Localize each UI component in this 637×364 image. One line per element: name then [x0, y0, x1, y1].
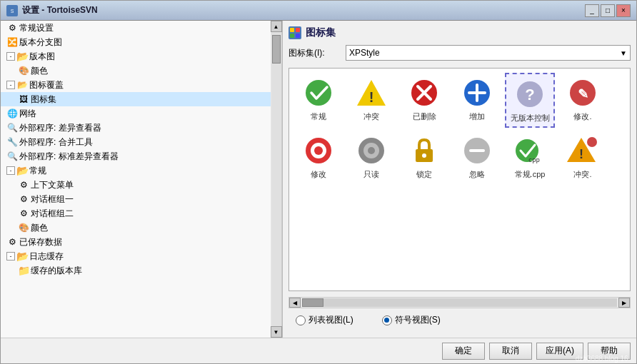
modified-icon-visual — [301, 133, 336, 168]
icon-ignored[interactable]: 忽略 — [452, 131, 502, 183]
tree-item-version[interactable]: - 📂 版本图 — [1, 49, 271, 64]
svg-rect-5 — [290, 34, 294, 38]
contextmenu-icon: ⚙ — [18, 179, 29, 191]
tree-item-general[interactable]: ⚙ 常规设置 — [1, 21, 271, 35]
ok-button[interactable]: 确定 — [442, 343, 485, 360]
watermark: dzb3688.blog.16... — [576, 355, 634, 363]
folder-general2-icon: 📂 — [16, 165, 28, 176]
settings-window: S 设置 - TortoiseSVN _ □ × ⚙ 常规设置 🔀 版本分支图 — [0, 0, 637, 364]
tree-item-network[interactable]: 🌐 网络 — [1, 106, 271, 121]
svg-point-7 — [306, 80, 331, 106]
tree-item-color[interactable]: 🎨 颜色 — [1, 64, 271, 78]
panel-title-icon — [289, 26, 301, 39]
symbol-view-radio[interactable]: 符号视图(S) — [382, 314, 441, 326]
scroll-right-button[interactable]: ▶ — [618, 298, 630, 308]
tree-item-color2[interactable]: 🎨 颜色 — [1, 221, 271, 235]
cancel-button[interactable]: 取消 — [489, 343, 532, 360]
icon-normal-cpp[interactable]: cpp 常规.cpp — [505, 131, 555, 183]
symbol-view-radio-circle — [382, 315, 392, 325]
iconset-dropdown[interactable]: XPStyle ▼ — [346, 45, 631, 61]
folder-cachedrepo-icon: 📁 — [18, 265, 29, 276]
left-panel-scrollbar[interactable]: ▲ ▼ — [271, 21, 282, 338]
conflict2-icon-visual: ! — [566, 133, 600, 168]
expand-icon[interactable]: - — [6, 52, 15, 61]
svg-point-18 — [314, 146, 323, 155]
icon-locked[interactable]: 锁定 — [399, 131, 449, 183]
expand-icon-logcache[interactable]: - — [6, 252, 15, 261]
icon-readonly[interactable]: 只读 — [346, 131, 396, 183]
scroll-down-button[interactable]: ▼ — [271, 326, 282, 338]
folder-logcache-icon: 📂 — [16, 251, 28, 262]
dialog1-icon: ⚙ — [18, 193, 29, 205]
icon-conflict2[interactable]: ! 冲突. — [558, 131, 608, 183]
modifiedc-icon-visual: ✎ — [566, 76, 600, 110]
tree-item-ext2[interactable]: 🔧 外部程序: 合并工具 — [1, 135, 271, 149]
ext3-icon: 🔍 — [6, 151, 18, 162]
window-controls: _ □ × — [585, 4, 631, 17]
minimize-button[interactable]: _ — [585, 4, 599, 17]
icon-modified[interactable]: 修改 — [294, 131, 343, 183]
iconset-panel: 图标集 图标集(I): XPStyle ▼ — [283, 21, 636, 338]
scroll-left-button[interactable]: ◀ — [289, 298, 301, 308]
tree-item-general2[interactable]: - 📂 常规 — [1, 163, 271, 178]
readonly-icon-visual — [354, 133, 388, 168]
list-view-radio[interactable]: 列表视图(L) — [296, 314, 353, 326]
expand-icon-overlay[interactable]: - — [6, 81, 15, 89]
ext1-icon: 🔍 — [6, 122, 18, 133]
content-area: ⚙ 常规设置 🔀 版本分支图 - 📂 版本图 🎨 颜色 - — [1, 21, 636, 338]
tree-item-ext3[interactable]: 🔍 外部程序: 标准差异查看器 — [1, 149, 271, 163]
settings-tree: ⚙ 常规设置 🔀 版本分支图 - 📂 版本图 🎨 颜色 - — [1, 21, 271, 338]
icons-row-1: 常规 ! 冲突 — [294, 73, 626, 128]
icon-normal[interactable]: 常规 — [294, 73, 343, 128]
ignored-icon-visual — [460, 133, 494, 168]
dropdown-arrow-icon: ▼ — [620, 49, 627, 57]
tree-item-branch[interactable]: 🔀 版本分支图 — [1, 35, 271, 49]
tree-item-ext1[interactable]: 🔍 外部程序: 差异查看器 — [1, 121, 271, 135]
icon-nocontrol[interactable]: ? 无版本控制 — [505, 73, 555, 128]
ext2-icon: 🔧 — [6, 136, 18, 148]
tree-item-contextmenu[interactable]: ⚙ 上下文菜单 — [1, 178, 271, 192]
added-icon-visual — [460, 76, 494, 110]
nocontrol-icon-visual: ? — [513, 77, 547, 111]
maximize-button[interactable]: □ — [601, 4, 615, 17]
conflict-icon-visual: ! — [354, 76, 388, 110]
svg-rect-4 — [296, 28, 300, 32]
view-mode-radio-group: 列表视图(L) 符号视图(S) — [289, 314, 631, 326]
tree-item-icon-set[interactable]: 🖼 图标集 — [1, 92, 271, 106]
tree-item-dialog2[interactable]: ⚙ 对话框组二 — [1, 206, 271, 221]
svg-text:!: ! — [369, 89, 374, 105]
svg-rect-6 — [296, 34, 300, 38]
close-button[interactable]: × — [616, 4, 631, 17]
expand-icon-general2[interactable]: - — [6, 166, 15, 175]
scroll-up-button[interactable]: ▲ — [271, 21, 282, 32]
tree-item-saveddata[interactable]: ⚙ 已保存数据 — [1, 235, 271, 249]
normalcpp-icon-visual: cpp — [513, 133, 547, 168]
iconset-label: 图标集(I): — [289, 47, 346, 59]
branch-icon: 🔀 — [6, 36, 18, 48]
iconset-selector-row: 图标集(I): XPStyle ▼ — [289, 45, 631, 61]
tree-item-logcache[interactable]: - 📂 日志缓存 — [1, 249, 271, 263]
tree-item-dialog1[interactable]: ⚙ 对话框组一 — [1, 192, 271, 206]
network-icon: 🌐 — [6, 108, 18, 119]
icon-modified-c[interactable]: ✎ 修改. — [558, 73, 608, 128]
svg-text:cpp: cpp — [528, 156, 540, 163]
icon-added[interactable]: 增加 — [452, 73, 502, 128]
color2-icon: 🎨 — [18, 222, 29, 233]
svg-text:✎: ✎ — [578, 87, 588, 101]
locked-icon-visual — [407, 133, 441, 168]
scroll-thumb[interactable] — [302, 298, 323, 307]
palette-icon: 🎨 — [18, 65, 29, 76]
iconset-icon: 🖼 — [18, 93, 29, 105]
bottom-bar: 确定 取消 应用(A) 帮助 — [1, 338, 636, 363]
tree-item-icon-overlay[interactable]: - 📂 图标覆盖 — [1, 78, 271, 92]
icon-deleted[interactable]: 已删除 — [399, 73, 449, 128]
tree-item-cachedrepo[interactable]: 📁 缓存的版本库 — [1, 263, 271, 278]
scroll-track — [302, 298, 617, 307]
panel-title: 图标集 — [289, 26, 631, 39]
horizontal-scrollbar[interactable]: ◀ ▶ — [289, 297, 631, 308]
icon-conflict[interactable]: ! 冲突 — [346, 73, 396, 128]
window-title: 设置 - TortoiseSVN — [22, 4, 585, 16]
svg-point-29 — [587, 137, 597, 147]
svg-text:!: ! — [579, 147, 583, 161]
folder-open-icon: 📂 — [16, 51, 28, 62]
